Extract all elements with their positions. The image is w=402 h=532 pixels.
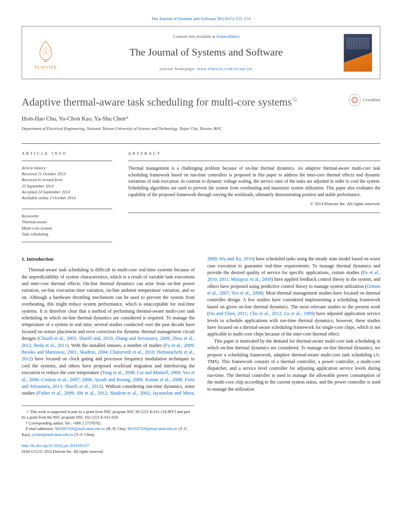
journal-name: The Journal of Systems and Software: [69, 45, 344, 60]
article-title: Adaptive thermal-aware task scheduling f…: [22, 94, 349, 110]
divider: [22, 161, 112, 161]
corresponding-author-mark[interactable]: *: [126, 115, 129, 122]
title-footnote-mark: ☆: [292, 95, 298, 103]
journal-homepage-line: journal homepage: www.elsevier.com/locat…: [69, 66, 344, 72]
abstract-text: Thermal management is a challenging prob…: [128, 165, 380, 198]
crossmark-label: CrossMark: [363, 97, 380, 103]
elsevier-wordmark: ELSEVIER: [35, 65, 56, 70]
author-list: Hsin-Hao Chu, Yu-Chon Kao, Ya-Shu Chen*: [22, 115, 380, 123]
funding-footnote: This work is supported in part by a gran…: [22, 410, 190, 420]
elsevier-logo: ELSEVIER: [30, 35, 61, 70]
svg-point-0: [352, 97, 357, 103]
divider: [22, 209, 112, 209]
email-addresses-label: E-mail addresses:: [26, 426, 55, 431]
journal-cover-thumbnail: [344, 34, 372, 72]
sciencedirect-link[interactable]: ScienceDirect: [216, 34, 240, 39]
section-heading-1: 1. Introduction: [22, 256, 195, 263]
paragraph: This paper is motivated by the demand fo…: [207, 338, 380, 393]
author-email-link[interactable]: yschen@mail.ntust.edu.tw: [32, 432, 73, 437]
doi-link[interactable]: http://dx.doi.org/10.1016/j.jss.2014.09.…: [22, 443, 89, 448]
article-info-heading: ARTICLE INFO: [22, 151, 112, 157]
author-email-link[interactable]: M10107428@mail.ntust.edu.tw: [127, 426, 177, 431]
article-body: 1. Introduction Thermal-aware task sched…: [22, 256, 380, 397]
keywords-block: Keywords: Thermal-aware Multi-core syste…: [22, 213, 112, 242]
elsevier-tree-icon: [34, 39, 58, 63]
article-history: Article history: Received 21 October 201…: [22, 165, 112, 201]
journal-header-box: ELSEVIER Contents lists available at Sci…: [22, 26, 380, 79]
citation-link[interactable]: The Journal of Systems and Software 99 (…: [151, 16, 251, 21]
svg-point-1: [353, 99, 356, 102]
contents-available-line: Contents lists available at ScienceDirec…: [69, 33, 344, 39]
abstract-heading: ABSTRACT: [128, 151, 380, 157]
crossmark-icon: [349, 94, 361, 106]
author-affiliation: Department of Electrical Engineering, Na…: [22, 126, 380, 132]
funding-footnote-mark: ☆: [26, 410, 29, 414]
citation-link[interactable]: Ou and Chen, 2011; Chu et al., 2012; Lu …: [209, 311, 313, 316]
author-email-link[interactable]: M10007420@mail.ntust.edu.tw: [55, 426, 105, 431]
issn-copyright-line: 0164-1212/© 2014 Elsevier Inc. All right…: [22, 449, 380, 455]
header-citation: The Journal of Systems and Software 99 (…: [22, 16, 380, 22]
footnotes: ☆ This work is supported in part by a gr…: [22, 406, 194, 438]
doi-block: http://dx.doi.org/10.1016/j.jss.2014.09.…: [22, 443, 380, 454]
abstract-copyright: © 2014 Elsevier Inc. All rights reserved…: [128, 201, 380, 213]
corr-footnote: Corresponding author. Tel.: +886 2 27376…: [28, 421, 102, 425]
journal-homepage-link[interactable]: www.elsevier.com/locate/jss: [197, 67, 253, 71]
divider: [128, 161, 380, 161]
crossmark-widget[interactable]: CrossMark: [349, 94, 380, 106]
